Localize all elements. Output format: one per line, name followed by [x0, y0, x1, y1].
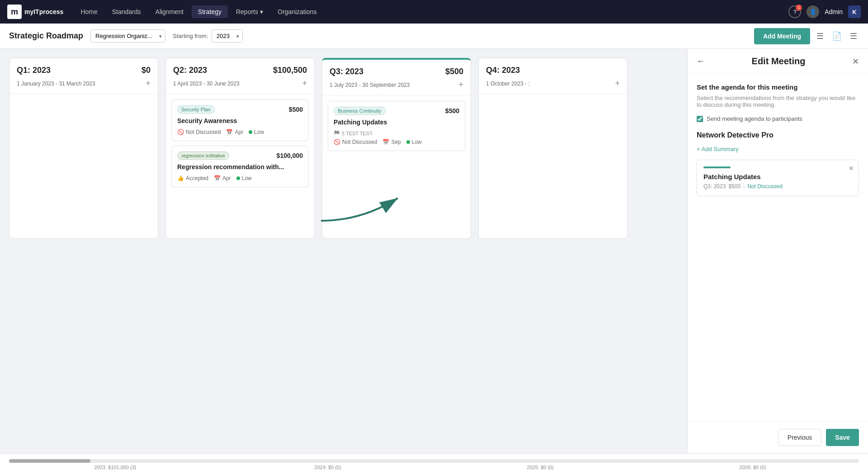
meeting-priority: Low	[249, 129, 264, 135]
calendar-icon: 📅	[226, 129, 233, 135]
agenda-status: Not Discussed	[747, 183, 782, 190]
calendar-icon: 📅	[214, 175, 221, 181]
scrollbar-thumb[interactable]	[9, 459, 90, 463]
page-title: Strategic Roadmap	[9, 31, 83, 41]
q3-amount: $500	[445, 67, 463, 76]
nav-organizations[interactable]: Organizations	[271, 5, 323, 18]
roadmap-area: Q1: 2023 $0 1 January 2023 - 31 March 20…	[0, 49, 687, 453]
q4-body	[479, 94, 627, 105]
q2-title: Q2: 2023	[173, 66, 207, 75]
quarter-q4: Q4: 2023 1 October 2023 - : +	[478, 58, 627, 239]
meeting-title: Regression recommendation with...	[177, 163, 303, 171]
nav-standards[interactable]: Standards	[106, 5, 147, 18]
timeline-label-2024: 2024: $0 (0)	[222, 465, 434, 470]
q2-add-button[interactable]: +	[302, 79, 307, 88]
nav-right: ? 1 👤 Admin K	[788, 5, 861, 18]
help-badge: 1	[796, 5, 802, 11]
q4-date-range: 1 October 2023 - :	[486, 81, 530, 87]
panel-header: ← Edit Meeting ✕	[688, 49, 868, 74]
back-button[interactable]: ←	[697, 57, 705, 66]
agenda-checkbox[interactable]	[697, 116, 703, 122]
meeting-title: Patching Updates	[334, 119, 459, 126]
timeline-label-2025: 2025: $0 (0)	[434, 465, 646, 470]
meeting-tag: Business Continuity	[334, 107, 386, 115]
nav-home[interactable]: Home	[74, 5, 104, 18]
meeting-month: 📅 Sep	[382, 139, 401, 145]
logo-icon: m	[7, 5, 22, 19]
bottom-bar: 2023: $101,000 (3) 2024: $0 (0) 2025: $0…	[0, 453, 868, 475]
toolbar: Strategic Roadmap Regression Organiz... …	[0, 24, 868, 49]
meeting-priority: Low	[236, 175, 252, 181]
right-panel: ← Edit Meeting ✕ Set the agenda for this…	[687, 49, 868, 453]
k-button[interactable]: K	[848, 5, 861, 18]
nav-reports[interactable]: Reports ▾	[230, 5, 269, 18]
user-name: Admin	[825, 8, 843, 15]
nav-items: Home Standards Alignment Strategy Report…	[74, 5, 785, 18]
section-title: Network Detective Pro	[697, 131, 859, 139]
save-button[interactable]: Save	[826, 429, 859, 446]
checkbox-row: Send meeting agenda to participants	[697, 115, 859, 122]
meeting-card[interactable]: regression inititative $100,000 Regressi…	[171, 146, 309, 187]
meeting-amount: $500	[445, 107, 459, 114]
panel-subtitle: Set the agenda for this meeting	[697, 83, 859, 91]
meeting-card[interactable]: Business Continuity $500 Patching Update…	[328, 101, 465, 151]
q2-date-range: 1 April 2023 - 30 June 2023	[173, 81, 240, 87]
meeting-card[interactable]: Security Plan $500 Security Awareness 🚫 …	[171, 100, 309, 141]
q1-add-button[interactable]: +	[146, 79, 151, 88]
sub-icon: 🏁	[334, 130, 340, 136]
q1-body	[9, 94, 158, 105]
meeting-meta: 👍 Accepted 📅 Apr Low	[177, 175, 303, 181]
meeting-meta: 🚫 Not Discussed 📅 Sep Low	[334, 139, 459, 145]
meeting-month: 📅 Apr	[226, 129, 243, 135]
meeting-month: 📅 Apr	[214, 175, 231, 181]
avatar-icon: 👤	[810, 9, 816, 15]
panel-title: Edit Meeting	[710, 56, 847, 66]
more-options-icon[interactable]: ☰	[848, 29, 859, 43]
org-select[interactable]: Regression Organiz...	[90, 29, 165, 43]
navbar: m myITprocess Home Standards Alignment S…	[0, 0, 868, 24]
logo[interactable]: m myITprocess	[7, 5, 63, 19]
q4-add-button[interactable]: +	[615, 79, 620, 88]
q4-title: Q4: 2023	[486, 66, 520, 75]
q1-header: Q1: 2023 $0	[9, 58, 158, 79]
q1-date-range: 1 January 2023 - 31 March 2023	[17, 81, 95, 87]
timeline-label-2026: 2026: $0 (0)	[646, 465, 859, 470]
nav-alignment[interactable]: Alignment	[149, 5, 190, 18]
meeting-amount: $100,000	[277, 152, 303, 159]
meeting-card-header: Security Plan $500	[177, 105, 303, 114]
add-meeting-button[interactable]: Add Meeting	[754, 28, 810, 44]
toolbar-right: Add Meeting ☰ 📄 ☰	[754, 28, 859, 44]
calendar-icon: 📅	[382, 139, 389, 145]
agenda-amount: $500	[728, 183, 741, 190]
export-icon[interactable]: 📄	[830, 29, 844, 43]
priority-dot	[249, 130, 252, 134]
q3-title: Q3: 2023	[330, 67, 363, 76]
main-content: Q1: 2023 $0 1 January 2023 - 31 March 20…	[0, 49, 868, 453]
q3-add-button[interactable]: +	[458, 80, 463, 90]
q1-title: Q1: 2023	[17, 66, 51, 75]
meeting-title: Security Awareness	[177, 117, 303, 124]
agenda-card-close-button[interactable]: ✕	[849, 165, 854, 172]
help-button[interactable]: ? 1	[788, 5, 801, 18]
panel-body: Set the agenda for this meeting Select t…	[688, 74, 868, 421]
nav-strategy[interactable]: Strategy	[192, 5, 228, 18]
previous-button[interactable]: Previous	[778, 429, 821, 446]
close-button[interactable]: ✕	[852, 57, 859, 66]
q2-header: Q2: 2023 $100,500	[166, 58, 314, 79]
q2-amount: $100,500	[273, 66, 307, 75]
q4-dates: 1 October 2023 - : +	[479, 79, 627, 94]
priority-dot	[406, 140, 410, 144]
meeting-status: 🚫 Not Discussed	[177, 129, 221, 135]
not-discussed-icon: 🚫	[177, 129, 184, 135]
year-select[interactable]: 2023	[212, 29, 243, 43]
logo-text: myITprocess	[24, 8, 63, 15]
agenda-progress-bar	[703, 166, 731, 168]
q1-amount: $0	[142, 66, 151, 75]
not-discussed-icon: 🚫	[334, 139, 340, 145]
timeline-label-2023: 2023: $101,000 (3)	[9, 465, 222, 470]
quarter-q1: Q1: 2023 $0 1 January 2023 - 31 March 20…	[9, 58, 158, 239]
add-summary-link[interactable]: + Add Summary	[697, 146, 739, 152]
quarter-q2: Q2: 2023 $100,500 1 April 2023 - 30 June…	[165, 58, 315, 239]
agenda-card: ✕ Patching Updates Q3: 2023 $500 | Not D…	[697, 160, 859, 196]
filter-icon[interactable]: ☰	[815, 29, 826, 43]
